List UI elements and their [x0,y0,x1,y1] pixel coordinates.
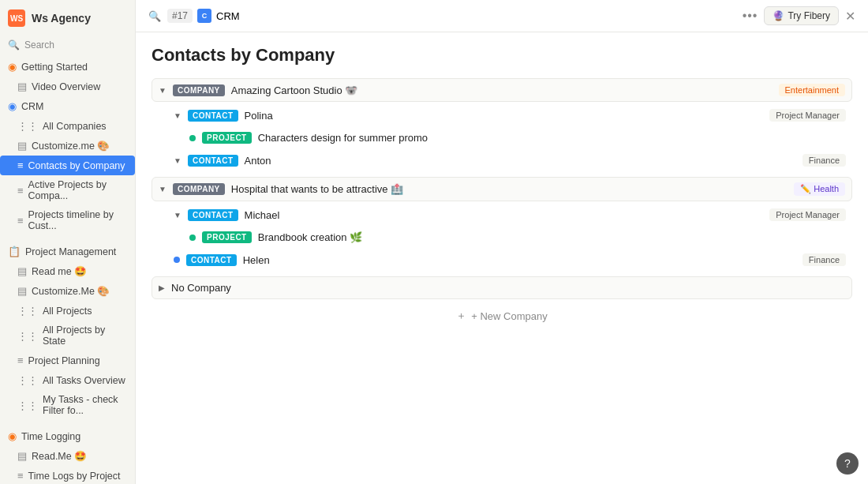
sidebar-label-contacts: Contacts by Company [28,160,125,171]
company-row-hospital[interactable]: ▼ COMPANY Hospital that wants to be attr… [152,177,852,201]
sidebar-item-all-companies[interactable]: ⋮⋮ All Companies [0,116,135,136]
sidebar-label-customize-crm: Customize.me 🎨 [32,140,110,152]
sidebar-item-read-me2[interactable]: ▤ Read.Me 🤩 [0,446,135,466]
sidebar-label-read-me2: Read.Me 🤩 [32,450,87,462]
topbar-actions: ••• 🔮 Try Fibery ✕ [743,6,855,25]
sidebar-item-time-logs[interactable]: ≡ Time Logs by Project [0,466,135,484]
company-tag: COMPANY [173,84,225,96]
company-row[interactable]: ▼ COMPANY Amazing Cartoon Studio 🐨 Enter… [152,78,852,102]
contact-row-helen[interactable]: CONTACT Helen Finance [167,250,852,270]
customize-crm-icon: ▤ [17,140,27,152]
read-me2-icon: ▤ [17,450,27,462]
sidebar-label-projects-timeline: Projects timeline by Cust... [28,209,127,231]
sidebar-label-my-tasks: My Tasks - check Filter fo... [43,394,127,416]
sidebar-item-read-me[interactable]: ▤ Read me 🤩 [0,261,135,281]
breadcrumb-id: #17 [167,9,193,23]
crm-icon: ◉ [8,100,17,112]
contact-row-anton[interactable]: ▼ CONTACT Anton Finance [167,150,852,171]
workspace-icon: WS [8,9,25,27]
sidebar-label-all-tasks: All Tasks Overview [43,375,125,386]
try-fibery-button[interactable]: 🔮 Try Fibery [764,6,839,25]
sidebar-label-customize-pm: Customize.Me 🎨 [32,285,110,297]
sidebar-item-all-tasks-overview[interactable]: ⋮⋮ All Tasks Overview [0,370,135,390]
sidebar-item-all-projects-by-state[interactable]: ⋮⋮ All Projects by State [0,321,135,351]
read-me-icon: ▤ [17,265,27,277]
sidebar: WS Ws Agency 🔍 Search ◉ Getting Started … [0,0,136,484]
project-tag: PROJECT [202,132,252,144]
contact-name-helen: Helen [243,254,796,266]
workspace-name: Ws Agency [32,12,91,24]
contact-tag: CONTACT [188,110,238,122]
project-status-dot-brandbook [189,234,196,241]
try-fibery-label: Try Fibery [788,10,830,21]
sidebar-item-crm[interactable]: ◉ CRM [0,96,135,116]
project-name: Characters design for summer promo [258,132,846,144]
sidebar-item-customize-pm[interactable]: ▤ Customize.Me 🎨 [0,281,135,301]
page-title: Contacts by Company [152,45,852,66]
time-logging-icon: ◉ [8,430,17,442]
sidebar-item-project-management[interactable]: 📋 Project Management [0,242,135,261]
project-row-brandbook[interactable]: PROJECT Brandbook creation 🌿 [183,227,852,247]
customize-pm-icon: ▤ [17,285,27,297]
sidebar-label-video-overview: Video Overview [32,81,100,92]
company-chevron-hospital[interactable]: ▼ [159,185,166,193]
my-tasks-icon: ⋮⋮ [17,400,38,411]
table-content: ▼ COMPANY Amazing Cartoon Studio 🐨 Enter… [152,78,852,329]
contact-chevron-michael[interactable]: ▼ [174,211,181,219]
contact-tag-helen: CONTACT [186,254,237,266]
new-company-label: + New Company [471,310,547,322]
main-content: 🔍 #17 C CRM ••• 🔮 Try Fibery ✕ Contacts … [136,0,868,484]
sidebar-label-time-logs: Time Logs by Project [28,471,121,482]
content-area: Contacts by Company ▼ COMPANY Amazing Ca… [136,32,868,484]
contact-tag-michael: CONTACT [188,209,238,221]
search-icon: 🔍 [8,39,20,51]
sidebar-label-crm: CRM [21,101,43,112]
sidebar-item-time-logging[interactable]: ◉ Time Logging [0,426,135,446]
project-row[interactable]: PROJECT Characters design for summer pro… [183,128,852,148]
project-planning-icon: ≡ [17,355,24,366]
more-options-button[interactable]: ••• [743,9,758,23]
sidebar-label-all-companies: All Companies [43,121,107,132]
contact-row-michael[interactable]: ▼ CONTACT Michael Project Manager [167,204,852,225]
sidebar-item-getting-started[interactable]: ◉ Getting Started [0,57,135,77]
contact-chevron-anton[interactable]: ▼ [174,156,181,165]
breadcrumb: #17 C CRM [167,9,240,23]
all-tasks-icon: ⋮⋮ [17,374,38,386]
sidebar-label-read-me: Read me 🤩 [32,265,87,277]
breadcrumb-crm: CRM [216,10,240,22]
sidebar-item-projects-timeline[interactable]: ≡ Projects timeline by Cust... [0,205,135,235]
company-chevron-down[interactable]: ▼ [159,86,166,95]
contact-row[interactable]: ▼ CONTACT Polina Project Manager [167,105,852,126]
contact-badge-finance: Finance [803,154,846,167]
sidebar-item-project-planning[interactable]: ≡ Project Planning [0,351,135,370]
all-companies-icon: ⋮⋮ [17,120,38,132]
company-tag-hospital: COMPANY [173,183,225,195]
contact-chevron-down[interactable]: ▼ [174,111,181,120]
sidebar-item-active-projects[interactable]: ≡ Active Projects by Compa... [0,175,135,205]
topbar-search: 🔍 [148,10,161,22]
contact-status-dot-helen [174,257,180,263]
no-company-row[interactable]: ▶ No Company [152,276,852,299]
contact-name-michael: Michael [245,209,764,221]
sidebar-item-customize-crm[interactable]: ▤ Customize.me 🎨 [0,136,135,156]
company-name: Amazing Cartoon Studio 🐨 [231,84,773,96]
sidebar-item-video-overview[interactable]: ▤ Video Overview [0,77,135,96]
workspace-header[interactable]: WS Ws Agency [0,0,135,36]
topbar: 🔍 #17 C CRM ••• 🔮 Try Fibery ✕ [136,0,868,32]
sidebar-item-my-tasks[interactable]: ⋮⋮ My Tasks - check Filter fo... [0,390,135,420]
search-label: Search [24,39,54,51]
crm-breadcrumb-icon: C [197,9,211,23]
sidebar-label-active-projects: Active Projects by Compa... [28,179,127,201]
contact-name-anton: Anton [245,155,796,167]
close-button[interactable]: ✕ [845,9,855,24]
sidebar-item-contacts-by-company[interactable]: ≡ Contacts by Company [0,156,135,175]
help-button[interactable]: ? [836,452,859,475]
all-projects-state-icon: ⋮⋮ [17,330,38,342]
search-bar[interactable]: 🔍 Search [0,36,135,57]
no-company-chevron[interactable]: ▶ [159,283,165,292]
new-company-button[interactable]: ＋ + New Company [152,302,852,329]
company-name-hospital: Hospital that wants to be attractive 🏥 [231,183,788,195]
help-label: ? [844,457,851,470]
sidebar-item-all-projects[interactable]: ⋮⋮ All Projects [0,301,135,321]
project-name-brandbook: Brandbook creation 🌿 [258,231,846,243]
